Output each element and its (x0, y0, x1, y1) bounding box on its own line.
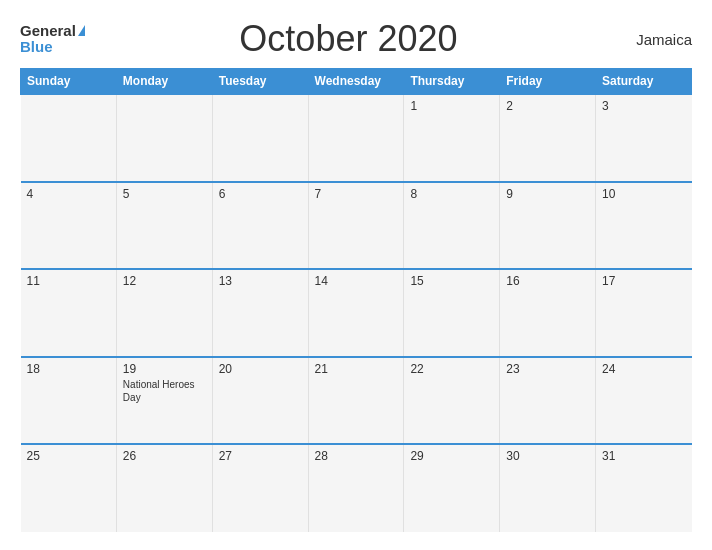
day-number: 10 (602, 187, 685, 201)
calendar-cell (116, 94, 212, 182)
event-label: National Heroes Day (123, 378, 206, 404)
day-number: 9 (506, 187, 589, 201)
day-number: 7 (315, 187, 398, 201)
calendar-cell: 14 (308, 269, 404, 357)
day-number: 4 (27, 187, 110, 201)
calendar-cell: 23 (500, 357, 596, 445)
calendar-cell: 20 (212, 357, 308, 445)
day-number: 21 (315, 362, 398, 376)
day-number: 6 (219, 187, 302, 201)
calendar-cell: 8 (404, 182, 500, 270)
day-number: 15 (410, 274, 493, 288)
calendar-cell: 29 (404, 444, 500, 532)
day-header-wednesday: Wednesday (308, 69, 404, 95)
calendar-title: October 2020 (85, 18, 612, 60)
day-number: 23 (506, 362, 589, 376)
day-header-monday: Monday (116, 69, 212, 95)
calendar-cell: 13 (212, 269, 308, 357)
calendar-cell: 21 (308, 357, 404, 445)
day-number: 12 (123, 274, 206, 288)
day-number: 8 (410, 187, 493, 201)
calendar-cell: 1 (404, 94, 500, 182)
calendar-cell: 10 (596, 182, 692, 270)
calendar-page: General Blue October 2020 Jamaica Sunday… (0, 0, 712, 550)
calendar-cell: 9 (500, 182, 596, 270)
calendar-cell: 12 (116, 269, 212, 357)
calendar-cell: 5 (116, 182, 212, 270)
calendar-cell: 24 (596, 357, 692, 445)
calendar-cell: 26 (116, 444, 212, 532)
day-number: 30 (506, 449, 589, 463)
day-number: 22 (410, 362, 493, 376)
calendar-cell: 15 (404, 269, 500, 357)
day-header-saturday: Saturday (596, 69, 692, 95)
calendar-cell: 22 (404, 357, 500, 445)
calendar-cell: 18 (21, 357, 117, 445)
day-number: 27 (219, 449, 302, 463)
day-number: 3 (602, 99, 685, 113)
calendar-cell (308, 94, 404, 182)
country-label: Jamaica (612, 31, 692, 48)
week-row-3: 11121314151617 (21, 269, 692, 357)
day-number: 31 (602, 449, 685, 463)
day-number: 25 (27, 449, 110, 463)
calendar-table: SundayMondayTuesdayWednesdayThursdayFrid… (20, 68, 692, 532)
day-number: 17 (602, 274, 685, 288)
day-number: 13 (219, 274, 302, 288)
logo-triangle-icon (78, 25, 85, 36)
calendar-cell: 6 (212, 182, 308, 270)
calendar-header: General Blue October 2020 Jamaica (20, 18, 692, 60)
day-number: 14 (315, 274, 398, 288)
calendar-cell: 31 (596, 444, 692, 532)
day-header-thursday: Thursday (404, 69, 500, 95)
logo-general-text: General (20, 23, 76, 40)
week-row-5: 25262728293031 (21, 444, 692, 532)
day-number: 2 (506, 99, 589, 113)
day-number: 29 (410, 449, 493, 463)
calendar-cell: 28 (308, 444, 404, 532)
week-row-1: 123 (21, 94, 692, 182)
calendar-cell: 17 (596, 269, 692, 357)
calendar-cell: 3 (596, 94, 692, 182)
day-header-tuesday: Tuesday (212, 69, 308, 95)
week-row-2: 45678910 (21, 182, 692, 270)
calendar-cell: 2 (500, 94, 596, 182)
day-number: 1 (410, 99, 493, 113)
day-number: 24 (602, 362, 685, 376)
calendar-cell (21, 94, 117, 182)
day-number: 16 (506, 274, 589, 288)
calendar-cell: 4 (21, 182, 117, 270)
calendar-cell: 19National Heroes Day (116, 357, 212, 445)
calendar-cell: 11 (21, 269, 117, 357)
calendar-cell: 16 (500, 269, 596, 357)
day-number: 18 (27, 362, 110, 376)
day-number: 19 (123, 362, 206, 376)
day-number: 5 (123, 187, 206, 201)
day-number: 20 (219, 362, 302, 376)
day-header-friday: Friday (500, 69, 596, 95)
logo-blue-text: Blue (20, 39, 85, 56)
calendar-cell: 27 (212, 444, 308, 532)
day-number: 28 (315, 449, 398, 463)
calendar-cell: 30 (500, 444, 596, 532)
logo: General Blue (20, 23, 85, 56)
day-header-sunday: Sunday (21, 69, 117, 95)
logo-general: General (20, 23, 85, 40)
day-number: 11 (27, 274, 110, 288)
calendar-cell: 7 (308, 182, 404, 270)
calendar-cell: 25 (21, 444, 117, 532)
day-number: 26 (123, 449, 206, 463)
calendar-cell (212, 94, 308, 182)
week-row-4: 1819National Heroes Day2021222324 (21, 357, 692, 445)
days-header-row: SundayMondayTuesdayWednesdayThursdayFrid… (21, 69, 692, 95)
